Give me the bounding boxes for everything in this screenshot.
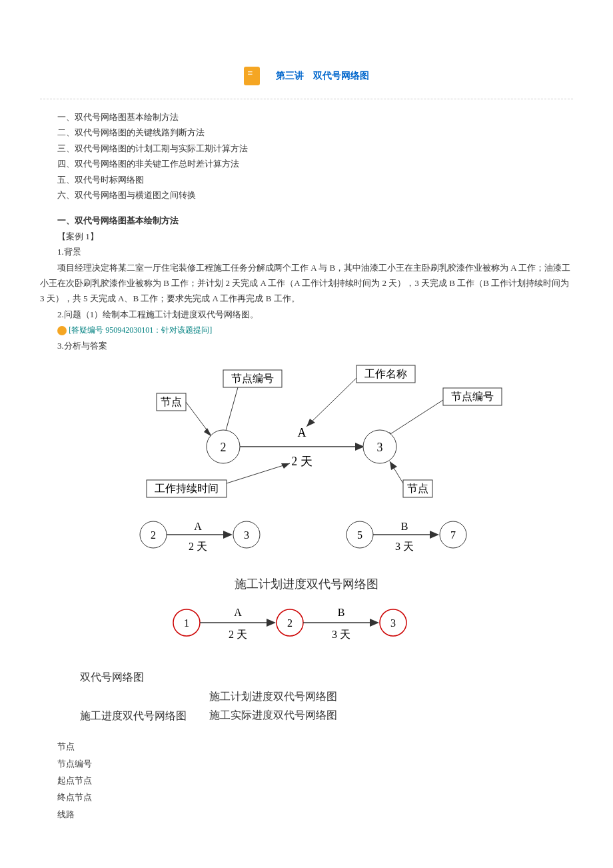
svg-marker-24 <box>223 531 233 539</box>
mid-caption: 施工计划进度双代号网络图 <box>40 573 573 595</box>
label-row-1: 双代号网络图 <box>80 668 573 687</box>
annot-work-dur: 工作持续时间 <box>155 483 219 494</box>
term-3: 起点节点 <box>40 773 573 788</box>
annot-node-2: 节点 <box>407 483 428 494</box>
page-header: 第三讲 双代号网络图 <box>40 67 573 85</box>
annot-node-num: 节点编号 <box>231 373 274 384</box>
diagram-annotated: 节点 节点编号 工作名称 节点编号 2 A 2 天 3 工作持续时间 节点 <box>40 360 573 507</box>
bot-wa: A <box>234 607 242 618</box>
mid-dur-a: 2 天 <box>189 541 207 552</box>
answer-label: 3.分析与答案 <box>40 338 573 353</box>
question-label: 2.问题（1）绘制本工程施工计划进度双代号网络图。 <box>40 307 573 322</box>
mid-n2: 2 <box>151 529 156 541</box>
mid-work-a: A <box>194 521 202 532</box>
bot-n2: 2 <box>287 617 293 629</box>
mid-n5: 5 <box>357 529 362 541</box>
svg-marker-28 <box>430 531 439 539</box>
background-text: 项目经理决定将某二室一厅住宅装修工程施工任务分解成两个工作 A 与 B，其中油漆… <box>40 260 573 307</box>
outline-item-5: 五、双代号时标网络图 <box>40 172 573 187</box>
bot-wb: B <box>338 607 345 618</box>
bot-n1: 1 <box>184 617 189 629</box>
diagram-svg-mid: 2 A 2 天 3 5 B 3 天 7 <box>90 513 523 567</box>
annot-node: 节点 <box>161 396 182 407</box>
dur-2: 2 天 <box>291 455 312 468</box>
term-1: 节点 <box>40 739 573 754</box>
diagram-combined: 1 A 2 天 2 B 3 天 3 <box>40 601 573 661</box>
annot-work-name: 工作名称 <box>364 368 407 379</box>
mid-work-b: B <box>401 521 408 532</box>
diagram-svg-top: 节点 节点编号 工作名称 节点编号 2 A 2 天 3 工作持续时间 节点 <box>90 360 523 500</box>
question-icon: ? <box>57 326 67 335</box>
outline-item-1: 一、双代号网络图基本绘制方法 <box>40 109 573 125</box>
outline-item-4: 四、双代号网络图的非关键工作总时差计算方法 <box>40 156 573 171</box>
mid-n7: 7 <box>450 529 456 541</box>
bot-db: 3 天 <box>332 629 350 640</box>
outline-item-6: 六、双代号网络图与横道图之间转换 <box>40 187 573 203</box>
term-4: 终点节点 <box>40 789 573 805</box>
lecture-title: 第三讲 双代号网络图 <box>276 67 369 84</box>
svg-line-17 <box>227 463 290 483</box>
divider <box>40 99 573 99</box>
svg-line-7 <box>306 378 356 427</box>
outline-item-3: 三、双代号网络图的计划工期与实际工期计算方法 <box>40 141 573 156</box>
term-5: 线路 <box>40 807 573 822</box>
terms-list: 节点 节点编号 起点节点 终点节点 线路 <box>40 739 573 822</box>
svg-line-10 <box>383 400 443 439</box>
mid-n3: 3 <box>244 529 249 541</box>
label-row-2: 施工进度双代号网络图 施工计划进度双代号网络图 施工实际进度双代号网络图 <box>80 687 573 726</box>
bot-n3: 3 <box>390 617 396 629</box>
svg-marker-21 <box>390 461 397 470</box>
label-l2a: 施工进度双代号网络图 <box>80 709 187 721</box>
label-l2c: 施工实际进度双代号网络图 <box>209 709 337 721</box>
section-1-title: 一、双代号网络图基本绘制方法 <box>40 213 573 228</box>
question-link-row: ? [答疑编号 950942030101：针对该题提问] <box>40 322 573 338</box>
work-a: A <box>298 426 306 439</box>
annot-node-num-2: 节点编号 <box>451 391 494 402</box>
bot-da: 2 天 <box>229 629 247 640</box>
term-2: 节点编号 <box>40 756 573 771</box>
case-label: 【案例 1】 <box>40 229 573 244</box>
diagram-svg-bottom: 1 A 2 天 2 B 3 天 3 <box>140 601 473 655</box>
diagram-two-networks: 2 A 2 天 3 5 B 3 天 7 施工计划进度双代号网络图 <box>40 513 573 595</box>
question-link[interactable]: [答疑编号 950942030101：针对该题提问] <box>69 325 212 335</box>
node-2: 2 <box>221 441 227 454</box>
svg-marker-32 <box>267 619 276 627</box>
background-label: 1.背景 <box>40 244 573 259</box>
outline-item-2: 二、双代号网络图的关键线路判断方法 <box>40 125 573 140</box>
document-icon <box>244 67 260 85</box>
mid-dur-b: 3 天 <box>395 541 414 552</box>
node-3: 3 <box>377 441 383 454</box>
svg-marker-35 <box>370 619 379 627</box>
label-l2b: 施工计划进度双代号网络图 <box>209 691 337 702</box>
